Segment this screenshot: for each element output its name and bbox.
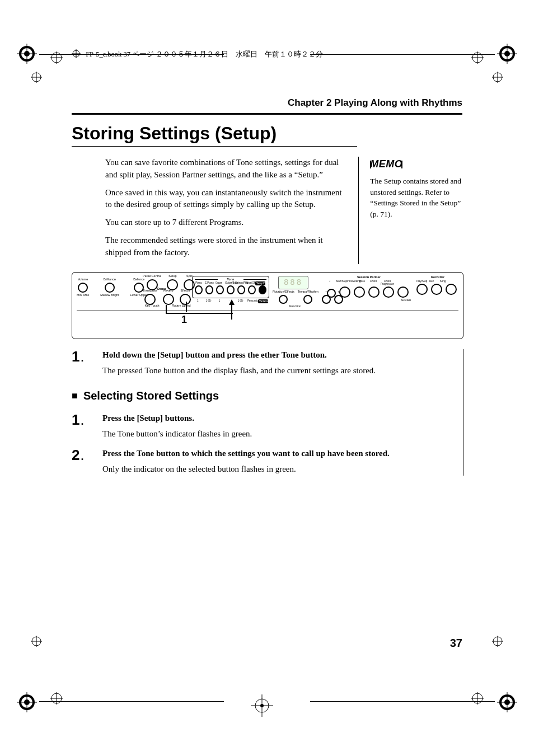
panel-diagram: Volume Min Max Brilliance Mellow Bright … <box>72 272 463 339</box>
target-icon <box>251 694 273 717</box>
target-icon <box>50 51 63 64</box>
memo-label: MEMO <box>370 157 402 171</box>
target-icon <box>50 692 63 705</box>
svg-point-1 <box>21 48 32 59</box>
keytouch-label: Key Touch <box>145 304 160 308</box>
step-body: Only the indicator on the selected butto… <box>102 463 458 476</box>
tone-group: Tone PianoE.PianoOrgan Guitar/BassString… <box>192 276 269 298</box>
crop-mark-icon <box>17 692 37 712</box>
step-lead: Hold down the [Setup] button and press t… <box>102 350 327 359</box>
page-title: Storing Settings (Setup) <box>72 123 463 144</box>
memo-body: The Setup contains stored and unstored s… <box>370 176 463 219</box>
svg-point-9 <box>504 51 510 57</box>
target-icon <box>72 49 81 60</box>
step-body: The pressed Tone button and the display … <box>102 365 458 377</box>
svg-point-5 <box>499 46 515 62</box>
svg-point-14 <box>24 699 30 705</box>
step-lead: Press the [Setup] buttons. <box>102 414 194 422</box>
intro-paragraph: You can store up to 7 different Programs… <box>105 217 347 229</box>
crop-mark-icon <box>17 44 37 64</box>
target-icon <box>492 636 503 647</box>
effects-button: Effects <box>180 289 191 305</box>
target-icon <box>471 51 484 64</box>
svg-point-11 <box>21 697 32 708</box>
setup-button: Setup <box>167 275 178 290</box>
intro-paragraph: You can save favorite combinations of To… <box>105 157 347 181</box>
running-header-text: FP-5_e.book 37 ページ ２００５年１月２６日 水曜日 午前１０時２… <box>86 50 323 58</box>
crop-hairline <box>310 701 495 702</box>
chapter-label: Chapter 2 Playing Along with Rhythms <box>288 97 462 108</box>
svg-point-10 <box>19 694 35 710</box>
svg-point-26 <box>51 693 62 703</box>
section-subhead: Selecting Stored Settings <box>72 389 458 402</box>
step-number: 1 <box>72 412 102 427</box>
callout-connector <box>166 313 233 314</box>
page-number: 37 <box>450 637 462 650</box>
target-icon <box>492 72 503 83</box>
step-lead: Press the Tone button to which the setti… <box>102 449 390 458</box>
svg-point-16 <box>502 697 513 708</box>
step-item: 1 Press the [Setup] buttons. The Tone bu… <box>72 412 458 440</box>
title-rule <box>72 146 357 147</box>
callout-arrow <box>229 299 235 320</box>
brilliance-knob: Brilliance Mellow Bright <box>100 278 119 297</box>
step-number: 1 <box>72 349 102 364</box>
knob-label: Brilliance <box>104 278 116 281</box>
knob-label: Volume <box>78 278 88 281</box>
svg-point-38 <box>32 637 41 646</box>
function-label: Function <box>289 305 301 308</box>
intro-paragraph: The recommended settings were stored in … <box>105 234 347 259</box>
target-icon <box>31 636 42 647</box>
intro-paragraph: Once saved in this way, you can instanta… <box>105 187 347 212</box>
demo-label: Demo <box>157 288 166 291</box>
reverb-button: Reverb <box>163 289 174 305</box>
running-header: FP-5_e.book 37 ページ ２００５年１月２６日 水曜日 午前１０時２… <box>72 49 323 60</box>
tone-group-label: Tone <box>195 278 266 281</box>
target-icon <box>31 72 42 83</box>
svg-point-41 <box>493 637 502 646</box>
crop-hairline <box>39 701 224 702</box>
svg-point-19 <box>504 699 510 705</box>
step-body: The Tone button’s indicator flashes in g… <box>102 428 458 440</box>
volume-knob: Volume Min Max <box>77 278 89 297</box>
setup-others-highlight: Setup/Others <box>255 281 265 285</box>
crop-mark-icon <box>497 44 517 64</box>
svg-point-44 <box>255 699 269 712</box>
svg-point-47 <box>260 704 264 707</box>
callout-number: 1 <box>181 313 187 326</box>
step-number: 2 <box>72 448 102 462</box>
svg-point-15 <box>499 694 515 710</box>
digital-display: 888 <box>278 276 308 289</box>
transpose-button: Transpose <box>143 289 157 305</box>
svg-point-4 <box>24 51 30 57</box>
chapter-header: Chapter 2 Playing Along with Rhythms <box>72 97 462 115</box>
svg-point-0 <box>19 46 35 62</box>
target-icon <box>471 692 484 705</box>
svg-point-35 <box>493 73 502 82</box>
rotary-label: Rotary Speed <box>172 304 191 308</box>
svg-point-32 <box>32 73 41 82</box>
step-item: 1 Hold down the [Setup] button and press… <box>72 349 458 377</box>
session-partner-group: Session Partner ♩ Start/Stop Intro/Endin… <box>327 276 411 302</box>
step-item: 2 Press the Tone button to which the set… <box>72 448 458 476</box>
crop-hairline <box>310 54 495 55</box>
svg-point-29 <box>472 693 483 703</box>
recorder-group: Recorder Play/Stop Rec Song <box>416 276 459 295</box>
callout-connector <box>166 305 167 313</box>
rotation-effects-button: Rotation/Effects <box>273 290 294 304</box>
tempo-rhythm-button: Tempo/Rhythm <box>298 290 318 304</box>
svg-point-6 <box>502 48 513 59</box>
crop-mark-icon <box>497 692 517 712</box>
